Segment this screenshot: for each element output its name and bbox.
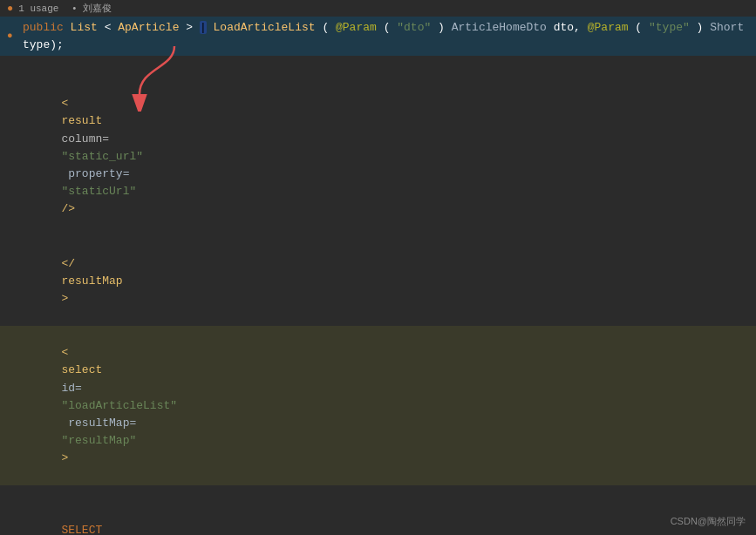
usage-separator: •: [65, 3, 83, 14]
cursor-position: |: [200, 21, 207, 34]
params: (: [322, 21, 329, 34]
type-aparticle: ApArticle: [118, 21, 179, 34]
gutter-marker: ●: [7, 29, 17, 44]
annotation-param2: @Param: [588, 21, 629, 34]
method-name: LoadArticleList: [214, 21, 316, 34]
line-result-column: < result column= "static_url" property= …: [0, 59, 756, 236]
xml-section: < result column= "static_url" property= …: [0, 56, 756, 535]
bracket-open: <: [105, 21, 112, 34]
usage-count: 1 usage: [18, 3, 58, 14]
type-short: Short: [710, 21, 744, 34]
paren3: (: [635, 21, 642, 34]
line-select-open: < select id= "loadArticleList" resultMap…: [0, 326, 756, 485]
type-list: List: [71, 21, 98, 34]
annotation-param1: @Param: [336, 21, 377, 34]
type-articledto: ArticleHomeDto: [452, 21, 554, 34]
usage-author: 刘嘉俊: [83, 2, 112, 15]
bracket-close: >: [186, 21, 200, 34]
line-content: < result column= "static_url" property= …: [7, 60, 749, 235]
code-editor: ● 1 usage • 刘嘉俊 ● public List < ApArticl…: [0, 0, 756, 535]
usage-bar: ● 1 usage • 刘嘉俊: [0, 0, 756, 17]
param-dto: dto,: [554, 21, 588, 34]
paren2: ): [438, 21, 452, 34]
line-select-kw: SELECT: [0, 485, 756, 535]
keyword-public: public: [23, 21, 71, 34]
str-dto: "dto": [397, 21, 431, 34]
usage-icon: ●: [7, 3, 13, 15]
line-resultmap-close: </ resultMap >: [0, 236, 756, 326]
paren1: (: [384, 21, 391, 34]
java-code: public List < ApArticle > | LoadArticleL…: [23, 19, 749, 53]
java-interface-line: ● public List < ApArticle > | LoadArticl…: [0, 17, 756, 56]
param-type: type);: [23, 38, 64, 51]
watermark: CSDN@陶然同学: [671, 515, 746, 528]
paren4: ): [697, 21, 711, 34]
str-type: "type": [649, 21, 690, 34]
